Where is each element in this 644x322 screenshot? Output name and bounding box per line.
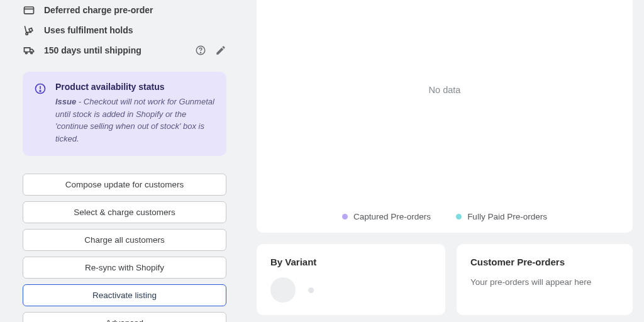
alert-title: Product availability status — [55, 82, 215, 92]
legend-captured: Captured Pre-orders — [342, 212, 431, 221]
customer-preorders-card: Customer Pre-orders Your pre-orders will… — [457, 244, 633, 315]
legend-dot-purple — [342, 214, 348, 219]
advanced-button[interactable]: Advanced — [23, 312, 226, 322]
svg-point-1 — [26, 33, 28, 35]
by-variant-title: By Variant — [270, 257, 431, 267]
alert-body: Issue - Checkout will not work for Gunme… — [55, 96, 215, 145]
legend-captured-label: Captured Pre-orders — [353, 212, 431, 221]
select-charge-button[interactable]: Select & charge customers — [23, 201, 226, 223]
svg-point-3 — [31, 52, 33, 54]
svg-point-7 — [40, 91, 41, 92]
compose-update-button[interactable]: Compose update for customers — [23, 174, 226, 196]
variant-placeholder — [270, 277, 431, 303]
alert-icon — [34, 82, 47, 95]
svg-point-2 — [26, 52, 28, 54]
truck-icon — [23, 44, 35, 57]
chart-legend: Captured Pre-orders Fully Paid Pre-order… — [257, 212, 633, 221]
svg-point-5 — [200, 52, 201, 53]
pencil-icon[interactable] — [215, 45, 226, 56]
by-variant-card: By Variant — [257, 244, 445, 315]
preorders-chart-card: No data Captured Pre-orders Fully Paid P… — [257, 0, 633, 233]
resync-button[interactable]: Re-sync with Shopify — [23, 257, 226, 279]
svg-rect-0 — [25, 7, 34, 14]
legend-paid: Fully Paid Pre-orders — [456, 212, 547, 221]
hand-truck-icon — [23, 24, 35, 36]
customer-preorders-empty: Your pre-orders will appear here — [470, 277, 619, 287]
legend-paid-label: Fully Paid Pre-orders — [467, 212, 547, 221]
alert-body-text: - Checkout will not work for Gunmetal un… — [55, 97, 214, 143]
reactivate-listing-button[interactable]: Reactivate listing — [23, 284, 226, 306]
alert-issue-label: Issue — [55, 97, 76, 106]
variant-avatar-placeholder — [270, 277, 296, 303]
card-icon — [23, 4, 35, 16]
legend-dot-teal — [456, 214, 462, 219]
feature-deferred-label: Deferred charge pre-order — [44, 5, 153, 15]
variant-dot-placeholder — [308, 287, 314, 293]
feature-fulfilment-label: Uses fulfilment holds — [44, 25, 133, 35]
availability-alert: Product availability status Issue - Chec… — [23, 72, 226, 156]
feature-shipping-label: 150 days until shipping — [44, 45, 142, 55]
help-icon[interactable] — [195, 45, 206, 56]
chart-empty-text: No data — [429, 85, 461, 95]
charge-all-button[interactable]: Charge all customers — [23, 229, 226, 251]
customer-preorders-title: Customer Pre-orders — [470, 257, 619, 267]
